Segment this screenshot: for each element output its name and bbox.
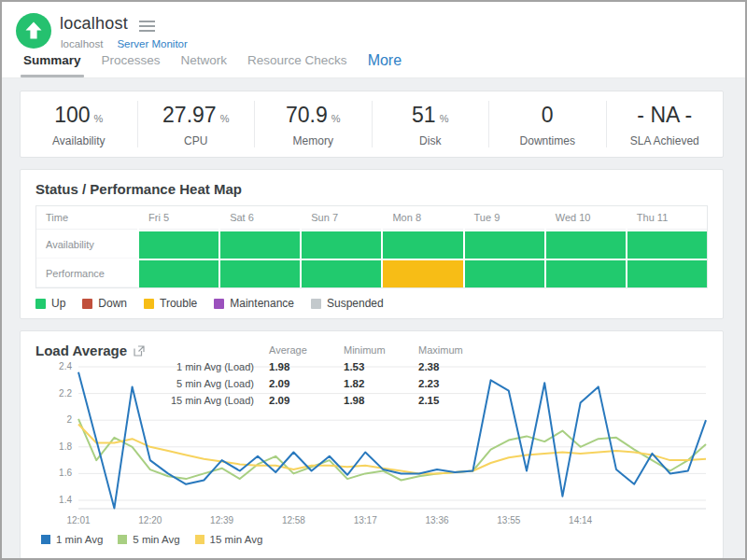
- legend-swatch-icon: [35, 299, 46, 309]
- heatmap-cell-up[interactable]: [546, 260, 626, 287]
- heatmap-cell-up[interactable]: [302, 231, 381, 259]
- tab-summary[interactable]: Summary: [13, 53, 92, 77]
- stat-value: 27.97: [162, 103, 217, 128]
- tab-resource-checks[interactable]: Resource Checks: [237, 53, 358, 77]
- summary-col-header: Average: [269, 344, 344, 361]
- x-axis-tick-label: 13:36: [425, 515, 448, 525]
- monitor-header: localhost localhost Server Monitor Summa…: [2, 2, 745, 78]
- up-arrow-icon: [16, 13, 51, 49]
- heatmap-cell-up[interactable]: [627, 260, 707, 287]
- stat-label: Disk: [373, 134, 489, 147]
- legend-swatch-icon: [118, 535, 127, 544]
- heatmap-cell-up[interactable]: [139, 260, 218, 287]
- summary-average: 2.09: [269, 378, 344, 395]
- active-tab-underline: [21, 75, 84, 77]
- summary-average: 1.98: [269, 361, 344, 378]
- summary-stats-card: 100%Availability27.97%CPU70.9%Memory51%D…: [20, 91, 724, 158]
- legend-label: 15 min Avg: [210, 534, 263, 545]
- summary-row-label: 5 min Avg (Load): [140, 378, 269, 395]
- y-axis-tick-label: 2: [66, 414, 72, 425]
- stat-label: SLA Achieved: [607, 134, 724, 147]
- legend-label: Suspended: [327, 297, 384, 310]
- heatmap-col-header: Fri 5: [139, 206, 218, 230]
- legend-swatch-icon: [144, 299, 154, 309]
- heatmap-title: Status / Performance Heat Map: [35, 181, 708, 197]
- heatmap-col-header: Sun 7: [302, 206, 381, 230]
- load-average-title: Load Average: [35, 343, 127, 358]
- heatmap-col-header: Time: [36, 206, 137, 230]
- legend-swatch-icon: [195, 535, 204, 544]
- chart-legend-item-15-min-avg[interactable]: 15 min Avg: [195, 534, 263, 545]
- summary-col-header: Minimum: [344, 344, 418, 361]
- stat-availability: 100%Availability: [21, 101, 137, 147]
- monitor-type-link[interactable]: Server Monitor: [117, 38, 187, 49]
- heatmap-row-label: Availability: [36, 231, 137, 259]
- hamburger-menu-icon[interactable]: [139, 21, 155, 32]
- tab-bar: SummaryProcessesNetworkResource ChecksMo…: [13, 52, 412, 77]
- legend-label: 5 min Avg: [133, 534, 179, 545]
- summary-average: 2.09: [269, 395, 344, 412]
- load-average-card: Load Average AverageMinimumMaximum1 min …: [20, 330, 724, 559]
- heatmap-card: Status / Performance Heat Map TimeFri 5S…: [20, 169, 724, 319]
- heatmap-table: TimeFri 5Sat 6Sun 7Mon 8Tue 9Wed 10Thu 1…: [35, 205, 708, 288]
- x-axis-tick-label: 13:17: [354, 515, 377, 525]
- x-axis-tick-label: 12:20: [138, 515, 162, 525]
- stat-value: 51: [412, 103, 436, 128]
- stat-value: 100: [54, 103, 90, 128]
- heatmap-cell-up[interactable]: [627, 231, 707, 259]
- tab-processes[interactable]: Processes: [92, 53, 171, 77]
- heatmap-cell-up[interactable]: [465, 260, 544, 287]
- summary-minimum: 1.98: [344, 395, 418, 412]
- stat-cpu: 27.97%CPU: [137, 101, 255, 147]
- summary-maximum: 2.23: [418, 378, 497, 395]
- y-axis-tick-label: 2.4: [59, 361, 72, 371]
- stat-label: Memory: [255, 134, 372, 147]
- heatmap-col-header: Tue 9: [465, 206, 544, 230]
- heatmap-cell-up[interactable]: [383, 231, 462, 259]
- heatmap-col-header: Mon 8: [383, 206, 462, 230]
- x-axis-tick-label: 14:14: [569, 515, 592, 525]
- stat-sla-achieved: - NA -SLA Achieved: [606, 101, 724, 147]
- heatmap-col-header: Sat 6: [220, 206, 300, 230]
- stat-unit: %: [440, 113, 449, 124]
- summary-row-label: 1 min Avg (Load): [140, 361, 269, 378]
- heatmap-legend-item-suspended: Suspended: [311, 297, 384, 310]
- heatmap-col-header: Thu 11: [627, 206, 707, 230]
- summary-col-header: Maximum: [418, 344, 497, 361]
- stat-disk: 51%Disk: [372, 101, 489, 147]
- stat-value: 0: [542, 103, 554, 128]
- chart-legend-item-5-min-avg[interactable]: 5 min Avg: [118, 534, 179, 545]
- stat-label: Availability: [21, 134, 137, 147]
- y-axis-tick-label: 1.8: [59, 441, 72, 452]
- tab-network[interactable]: Network: [171, 53, 238, 77]
- stat-memory: 70.9%Memory: [254, 101, 372, 147]
- load-summary-table: AverageMinimumMaximum1 min Avg (Load)1.9…: [140, 344, 497, 412]
- stat-downtimes: 0Downtimes: [488, 101, 606, 147]
- heatmap-legend-item-down: Down: [82, 297, 127, 310]
- page-title: localhost: [60, 14, 128, 34]
- legend-label: Up: [51, 297, 65, 310]
- app-window: localhost localhost Server Monitor Summa…: [0, 0, 747, 560]
- y-axis-tick-label: 1.6: [59, 468, 72, 478]
- stat-unit: %: [331, 113, 341, 124]
- heatmap-cell-up[interactable]: [220, 231, 300, 259]
- heatmap-row-label: Performance: [36, 260, 137, 287]
- heatmap-cell-up[interactable]: [546, 231, 626, 259]
- chart-legend-item-1-min-avg[interactable]: 1 min Avg: [41, 534, 103, 545]
- stat-label: CPU: [138, 134, 255, 147]
- stat-unit: %: [220, 113, 230, 124]
- x-axis-tick-label: 12:39: [210, 515, 233, 525]
- legend-swatch-icon: [311, 299, 321, 309]
- legend-label: Trouble: [160, 297, 197, 310]
- heatmap-cell-up[interactable]: [465, 231, 544, 259]
- summary-row-label: 15 min Avg (Load): [140, 395, 269, 412]
- heatmap-legend-item-trouble: Trouble: [144, 297, 197, 310]
- heatmap-cell-up[interactable]: [220, 260, 300, 287]
- heatmap-cell-up[interactable]: [302, 260, 381, 287]
- tab-more[interactable]: More: [358, 52, 412, 77]
- heatmap-cell-trouble[interactable]: [383, 260, 462, 287]
- heatmap-cell-up[interactable]: [139, 231, 218, 259]
- heatmap-legend-item-up: Up: [35, 297, 65, 310]
- legend-label: Down: [98, 297, 127, 310]
- x-axis-tick-label: 13:55: [497, 515, 520, 525]
